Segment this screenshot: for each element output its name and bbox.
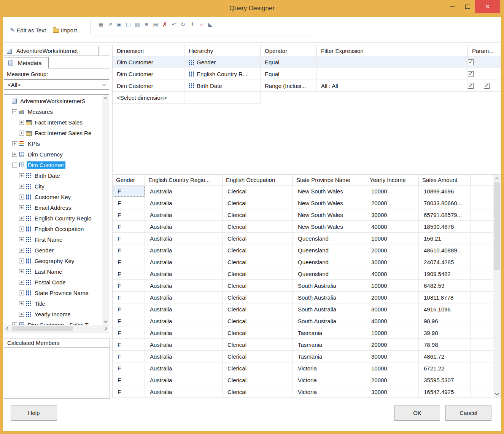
import-button[interactable]: Import... bbox=[51, 26, 84, 34]
tree-item-cube-root[interactable]: AdventureWorksInternetS bbox=[4, 96, 102, 106]
tree-item-fact-internet-sales-re[interactable]: +Fact Internet Sales Re bbox=[4, 128, 102, 138]
column-header-filter-expression[interactable]: Filter Expression bbox=[317, 45, 468, 56]
tree-item-first-name[interactable]: +First Name bbox=[4, 234, 102, 245]
tree-item-customer-key[interactable]: +Customer Key bbox=[4, 191, 102, 202]
refresh-icon[interactable]: ↻ bbox=[179, 21, 187, 28]
cell-sales[interactable]: 10899.4696 bbox=[419, 185, 471, 197]
show-empty-cells-icon[interactable]: ▢ bbox=[124, 21, 132, 28]
cell-income[interactable]: 10000 bbox=[366, 362, 419, 374]
table-row[interactable]: FAustraliaClericalVictoria2000035595.530… bbox=[113, 374, 501, 386]
cell-gender[interactable]: F bbox=[113, 374, 145, 386]
scroll-right-button[interactable] bbox=[102, 325, 109, 332]
column-header-country[interactable]: English Country Regio... bbox=[145, 175, 223, 185]
cell-gender[interactable]: F bbox=[113, 386, 145, 398]
tree-item-kpis[interactable]: +KPIs bbox=[4, 138, 102, 149]
filter-expression-cell[interactable] bbox=[317, 56, 468, 68]
cell-state[interactable]: Tasmania bbox=[293, 327, 366, 339]
cell-state[interactable]: South Australia bbox=[293, 303, 366, 315]
cell-gender[interactable]: F bbox=[113, 315, 145, 327]
expand-icon[interactable]: + bbox=[19, 205, 24, 210]
cell-income[interactable]: 20000 bbox=[366, 339, 419, 351]
filter-operator-cell[interactable]: Equal bbox=[261, 56, 317, 68]
tree-item-postal-code[interactable]: +Postal Code bbox=[4, 277, 102, 287]
cell-sales[interactable]: 156.21 bbox=[419, 233, 471, 244]
expand-icon[interactable]: + bbox=[19, 290, 24, 295]
filter-placeholder-row[interactable]: <Select dimension> bbox=[113, 92, 501, 104]
tree-item-geography-key[interactable]: +Geography Key bbox=[4, 255, 102, 266]
cell-sales[interactable]: 6721.22 bbox=[419, 362, 471, 374]
table-row[interactable]: FAustraliaClericalNew South Wales4000018… bbox=[113, 221, 501, 233]
scrollbar-thumb[interactable] bbox=[494, 182, 500, 270]
cell-country[interactable]: Australia bbox=[145, 221, 223, 233]
cell-state[interactable]: New South Wales bbox=[293, 221, 366, 233]
tree-horizontal-scrollbar[interactable] bbox=[4, 325, 109, 332]
cell-state[interactable]: Queensland bbox=[293, 244, 366, 256]
expand-icon[interactable]: + bbox=[19, 301, 24, 306]
tree-item-dim-customer[interactable]: −Dim Customer bbox=[4, 160, 102, 170]
scroll-up-button[interactable] bbox=[494, 175, 500, 182]
cell-country[interactable]: Australia bbox=[145, 256, 223, 268]
cell-state[interactable]: New South Wales bbox=[293, 197, 366, 209]
table-row[interactable]: FAustraliaClericalNew South Wales2000078… bbox=[113, 197, 501, 209]
cell-income[interactable]: 40000 bbox=[366, 315, 419, 327]
tree-item-last-name[interactable]: +Last Name bbox=[4, 266, 102, 277]
cell-country[interactable]: Australia bbox=[145, 339, 223, 351]
cell-occupation[interactable]: Clerical bbox=[223, 315, 293, 327]
cell-gender[interactable]: F bbox=[113, 351, 145, 362]
filter-row[interactable]: Dim Customer Birth Date Range (Inclusi..… bbox=[113, 80, 501, 92]
cell-occupation[interactable]: Clerical bbox=[223, 292, 293, 303]
cell-gender[interactable]: F bbox=[113, 244, 145, 256]
filter-operator-cell[interactable]: Equal bbox=[261, 68, 317, 80]
expand-icon[interactable]: + bbox=[12, 152, 17, 157]
table-row[interactable]: FAustraliaClericalQueensland3000024074.4… bbox=[113, 256, 501, 268]
cube-select-button[interactable] bbox=[100, 46, 109, 56]
cell-country[interactable]: Australia bbox=[145, 292, 223, 303]
cell-country[interactable]: Australia bbox=[145, 362, 223, 374]
help-button[interactable]: Help bbox=[11, 405, 57, 421]
table-row[interactable]: FAustraliaClericalTasmania300004861.72 bbox=[113, 351, 501, 362]
scroll-up-button[interactable] bbox=[102, 95, 109, 101]
filter-hierarchy-cell[interactable]: Birth Date bbox=[184, 80, 261, 92]
expand-icon[interactable]: + bbox=[19, 312, 24, 317]
cell-state[interactable]: Tasmania bbox=[293, 339, 366, 351]
cell-sales[interactable]: 65791.08579... bbox=[419, 209, 471, 221]
cell-sales[interactable]: 24074.4285 bbox=[419, 256, 471, 268]
cell-income[interactable]: 40000 bbox=[366, 221, 419, 233]
table-row[interactable]: FAustraliaClericalQueensland10000156.21 bbox=[113, 233, 501, 244]
cell-state[interactable]: Queensland bbox=[293, 268, 366, 280]
filter-expression-cell[interactable]: All : All bbox=[317, 80, 468, 92]
tree-item-measures[interactable]: −Measures bbox=[4, 106, 102, 117]
close-button[interactable]: × bbox=[475, 0, 500, 13]
table-row[interactable]: FAustraliaClericalTasmania1000039.98 bbox=[113, 327, 501, 339]
cell-country[interactable]: Australia bbox=[145, 303, 223, 315]
cell-income[interactable]: 30000 bbox=[366, 209, 419, 221]
filter-row[interactable]: Dim Customer English Country R... Equal bbox=[113, 68, 501, 80]
column-header-state[interactable]: State Province Name bbox=[293, 175, 366, 185]
cell-sales[interactable]: 4861.72 bbox=[419, 351, 471, 362]
cell-gender[interactable]: F bbox=[113, 233, 145, 244]
cell-country[interactable]: Australia bbox=[145, 327, 223, 339]
tree-item-title[interactable]: +Title bbox=[4, 298, 102, 309]
cell-occupation[interactable]: Clerical bbox=[223, 221, 293, 233]
cell-country[interactable]: Australia bbox=[145, 374, 223, 386]
filter-expression-cell[interactable] bbox=[317, 68, 468, 80]
parameter-checkbox[interactable] bbox=[468, 59, 474, 65]
cell-state[interactable]: South Australia bbox=[293, 292, 366, 303]
cell-sales[interactable]: 39.98 bbox=[419, 327, 471, 339]
cell-state[interactable]: Victoria bbox=[293, 374, 366, 386]
table-row[interactable]: FAustraliaClericalSouth Australia2000010… bbox=[113, 292, 501, 303]
cell-income[interactable]: 20000 bbox=[366, 374, 419, 386]
parameter-checkbox[interactable] bbox=[468, 71, 474, 77]
cell-income[interactable]: 30000 bbox=[366, 351, 419, 362]
cell-occupation[interactable]: Clerical bbox=[223, 209, 293, 221]
column-header-hierarchy[interactable]: Hierarchy bbox=[184, 45, 261, 56]
cell-sales[interactable]: 6482.59 bbox=[419, 280, 471, 292]
filter-dimension-cell[interactable]: Dim Customer bbox=[113, 68, 184, 80]
tree-item-yearly-income[interactable]: +Yearly Income bbox=[4, 309, 102, 319]
expand-icon[interactable]: + bbox=[19, 173, 24, 178]
column-header-sales[interactable]: Sales Amount bbox=[419, 175, 471, 185]
filter-row[interactable]: Dim Customer Gender Equal bbox=[113, 56, 501, 68]
cell-sales[interactable]: 48610.40889... bbox=[419, 244, 471, 256]
tree-vertical-scrollbar[interactable] bbox=[102, 95, 109, 325]
cell-country[interactable]: Australia bbox=[145, 315, 223, 327]
